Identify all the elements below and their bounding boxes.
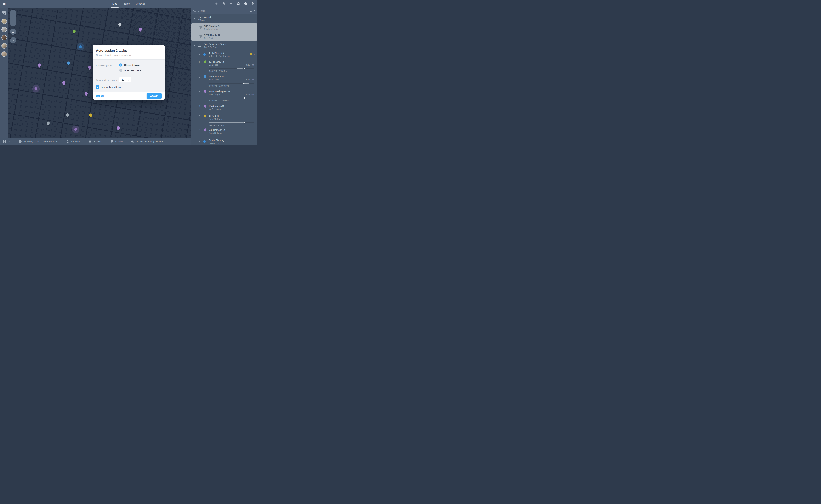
avatar[interactable] xyxy=(1,35,7,40)
task-number: 2 xyxy=(199,75,200,78)
traffic-button[interactable] xyxy=(10,37,16,43)
driver-row[interactable]: Cindy Cheung Offline, 0 of 4 xyxy=(191,137,258,145)
eta-slider[interactable] xyxy=(209,68,254,69)
tasks-filter[interactable]: All Tasks xyxy=(111,140,123,143)
radio-unselected-icon[interactable] xyxy=(119,69,122,72)
add-task-icon[interactable] xyxy=(214,2,218,6)
zoom-in-button[interactable]: + xyxy=(10,10,16,18)
import-tasks-icon[interactable] xyxy=(222,2,226,6)
time-range-filter[interactable]: Yesterday 11pm — Tomorrow 12am xyxy=(19,140,58,143)
task-pin-icon xyxy=(204,105,207,109)
cancel-button[interactable]: Cancel xyxy=(96,95,104,97)
eta-slider[interactable] xyxy=(209,122,254,123)
tab-table[interactable]: Table xyxy=(123,0,130,8)
map-task-pin[interactable] xyxy=(89,113,92,118)
export-download-icon[interactable] xyxy=(229,2,233,6)
route-task-row[interactable]: 6 600 Harrison St Brian Rekasis xyxy=(191,127,258,137)
onfleet-logo-icon[interactable]: ∞ xyxy=(0,0,8,7)
task-address: 99 2nd St xyxy=(209,113,258,118)
avatar[interactable] xyxy=(1,27,7,32)
binoculars-icon xyxy=(2,140,7,143)
map-task-pin[interactable] xyxy=(118,23,121,28)
sort-dropdown-icon[interactable] xyxy=(254,10,256,11)
checkbox-checked-icon[interactable]: ✓ xyxy=(96,85,99,89)
task-recipient: Brian Rekasis xyxy=(209,132,222,135)
task-time-window: 8:00 PM – 10:00 PM xyxy=(209,85,258,87)
eta-slider[interactable] xyxy=(209,83,254,84)
task-pin-icon xyxy=(204,75,207,79)
tab-analyze[interactable]: Analyze xyxy=(136,0,145,8)
tab-map[interactable]: Map xyxy=(112,0,117,8)
map-task-pin[interactable] xyxy=(88,66,91,71)
help-icon[interactable]: ? xyxy=(244,2,248,6)
task-pin-icon xyxy=(204,128,207,132)
task-row[interactable]: 133 Shipley St Rinchen Lama xyxy=(191,23,257,32)
avatar[interactable] xyxy=(1,51,7,57)
driver-row[interactable]: Josh Blumstein In Transit, 2 of 6, 4 min… xyxy=(191,50,258,59)
task-pin-icon xyxy=(204,90,207,94)
stepper-down-icon[interactable] xyxy=(128,80,130,81)
sidebar-search-row xyxy=(191,8,258,14)
ignore-linked-tasks-option[interactable]: ✓ Ignore linked tasks xyxy=(96,85,161,89)
task-recipient: Lia Longo xyxy=(209,63,218,66)
map-task-pin[interactable] xyxy=(73,30,76,34)
search-input[interactable] xyxy=(198,9,249,12)
stepper-up-icon[interactable] xyxy=(128,78,130,79)
eta-slider[interactable] xyxy=(209,98,254,98)
teams-filter-label: All Teams xyxy=(71,140,81,143)
task-limit-value[interactable]: 12 xyxy=(122,78,128,81)
locate-button[interactable] xyxy=(10,29,16,35)
avatar[interactable] xyxy=(1,43,7,49)
drivers-filter-label: All Drivers xyxy=(93,140,103,143)
map-task-pin[interactable] xyxy=(67,61,70,66)
map-task-pin[interactable] xyxy=(117,126,120,131)
organizations-filter[interactable]: All Connected Organizations xyxy=(131,140,164,143)
task-recipient: Rinchen Lama xyxy=(204,28,220,31)
tasks-filter-label: All Tasks xyxy=(114,140,123,143)
map-driver-dot[interactable] xyxy=(35,87,37,90)
svg-text:?: ? xyxy=(245,3,246,5)
drivers-filter[interactable]: All Drivers xyxy=(89,140,103,143)
map-task-pin[interactable] xyxy=(47,121,50,126)
map-task-pin[interactable] xyxy=(62,81,65,86)
route-task-row[interactable]: 5 99 2nd St Gray McCarty Before 7:30 PM xyxy=(191,113,258,127)
route-task-row[interactable]: 1 477 Hickory St Lia Longo8:26 PM 5:00 P… xyxy=(191,59,258,74)
zoom-out-button[interactable]: − xyxy=(10,18,16,26)
new-chat-icon[interactable] xyxy=(2,11,7,16)
map-task-pin[interactable] xyxy=(38,63,41,68)
logout-icon[interactable] xyxy=(251,2,255,6)
top-bar-actions: ? xyxy=(214,0,255,8)
settings-gear-icon[interactable] xyxy=(237,2,241,6)
assign-button[interactable]: Assign xyxy=(147,93,161,99)
teams-filter[interactable]: All Teams xyxy=(66,140,81,143)
option-shortest-route[interactable]: Shortest route xyxy=(119,69,141,72)
radio-selected-icon[interactable] xyxy=(119,63,122,67)
task-recipient: Kevin Angel xyxy=(209,93,220,96)
map-task-pin[interactable] xyxy=(66,113,69,118)
pending-count: 1 xyxy=(254,53,255,56)
unassigned-section-header[interactable]: Unassigned 2 Tasks xyxy=(191,14,258,23)
avatar[interactable] xyxy=(1,19,7,24)
route-task-row[interactable]: 2 1646 Sutter St John Baily8:38 PM 8:00 … xyxy=(191,74,258,89)
map-views-button[interactable] xyxy=(2,140,11,143)
teams-icon xyxy=(66,140,70,143)
route-task-row[interactable]: 3 2100 Washington St Kevin Angel8:45 PM … xyxy=(191,89,258,103)
stepper-arrows[interactable] xyxy=(128,78,130,81)
map-task-pin[interactable] xyxy=(84,92,88,97)
main-nav: Map Table Analyze xyxy=(112,0,145,8)
unassigned-title: Unassigned xyxy=(198,15,211,19)
option-closest-driver[interactable]: Closest driver xyxy=(119,63,141,67)
map-task-pin[interactable] xyxy=(139,28,142,32)
task-row[interactable]: 1298 Haight St Ben Stott xyxy=(191,32,257,41)
team-section-header[interactable]: San Francisco Team 5 of 8 On Duty xyxy=(191,41,258,50)
auto-assign-dialog: Auto-assign 2 tasks Choose how to auto-a… xyxy=(93,45,164,100)
connected-orgs-icon xyxy=(131,140,134,143)
unassigned-count: 2 Tasks xyxy=(198,19,211,22)
driver-status: Offline, 0 of 4 xyxy=(209,142,224,145)
map-driver-dot[interactable] xyxy=(74,128,77,131)
map-driver-dot[interactable] xyxy=(79,45,82,48)
task-limit-stepper[interactable]: 12 xyxy=(119,77,131,82)
task-address: 1646 Sutter St xyxy=(209,74,258,78)
route-task-row[interactable]: 4 1944 Mason St No Recipient xyxy=(191,103,258,113)
list-view-icon[interactable] xyxy=(249,10,252,12)
